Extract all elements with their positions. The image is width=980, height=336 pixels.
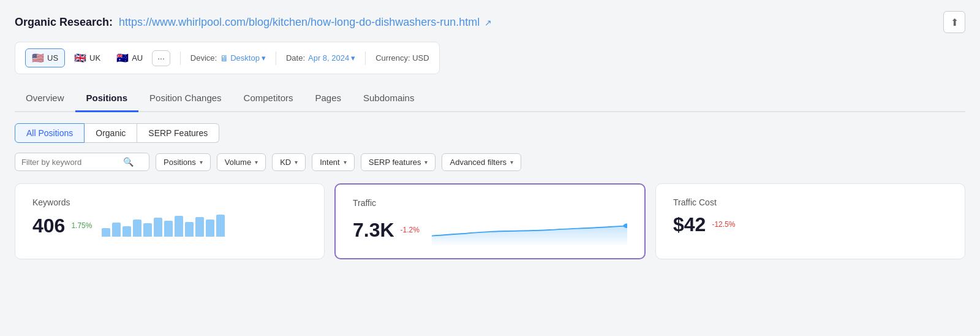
region-us-button[interactable]: 🇺🇸 US	[25, 48, 65, 67]
keywords-value: 406	[32, 216, 65, 235]
tab-overview[interactable]: Overview	[15, 86, 75, 112]
chevron-down-icon: ▾	[510, 159, 513, 166]
device-dropdown[interactable]: 🖥 Desktop ▾	[220, 53, 266, 63]
advanced-filters-dropdown[interactable]: Advanced filters ▾	[442, 153, 521, 171]
traffic-label: Traffic	[353, 198, 627, 208]
bar-11	[206, 220, 214, 237]
divider	[365, 52, 366, 65]
traffic-cost-change: -12.5%	[712, 220, 735, 229]
keywords-value-row: 406 1.75%	[32, 215, 307, 237]
tabs-row: Overview Positions Position Changes Comp…	[15, 86, 965, 112]
divider	[180, 52, 181, 65]
region-uk-button[interactable]: 🇬🇧 UK	[67, 48, 107, 67]
filters-row: 🔍 Positions ▾ Volume ▾ KD ▾ Intent ▾ SER…	[15, 153, 965, 171]
share-button[interactable]: ⬆	[943, 11, 965, 33]
subtab-all-positions[interactable]: All Positions	[15, 123, 85, 143]
keywords-label: Keywords	[32, 197, 307, 207]
traffic-mini-chart	[432, 215, 627, 245]
tab-pages[interactable]: Pages	[304, 86, 352, 112]
positions-filter-dropdown[interactable]: Positions ▾	[156, 153, 211, 171]
date-control: Date: Apr 8, 2024 ▾	[286, 53, 355, 63]
chevron-down-icon: ▾	[424, 159, 428, 166]
divider	[276, 52, 276, 65]
device-control: Device: 🖥 Desktop ▾	[190, 53, 266, 63]
uk-flag-icon: 🇬🇧	[74, 52, 86, 64]
bar-1	[102, 228, 110, 237]
traffic-value: 7.3K	[353, 220, 394, 240]
traffic-change: -1.2%	[401, 226, 420, 234]
kd-filter-dropdown[interactable]: KD ▾	[272, 153, 306, 171]
bar-9	[185, 222, 194, 237]
chevron-down-icon: ▾	[344, 159, 347, 166]
stats-row: Keywords 406 1.75%	[15, 183, 965, 259]
subtab-organic[interactable]: Organic	[85, 123, 137, 143]
subtabs-row: All Positions Organic SERP Features	[15, 123, 965, 143]
external-link-icon[interactable]: ↗	[484, 18, 492, 28]
subtab-serp-features[interactable]: SERP Features	[137, 123, 219, 143]
traffic-stat-card: Traffic 7.3K -1.2%	[334, 183, 646, 259]
page-title: Organic Research: https://www.whirlpool.…	[15, 16, 492, 29]
traffic-chart-svg	[432, 215, 627, 245]
tab-position-changes[interactable]: Position Changes	[138, 86, 233, 112]
search-icon: 🔍	[123, 157, 134, 167]
header-row: Organic Research: https://www.whirlpool.…	[15, 11, 965, 33]
page-wrapper: Organic Research: https://www.whirlpool.…	[0, 0, 980, 274]
keyword-search-input[interactable]	[21, 158, 119, 167]
chevron-down-icon: ▾	[295, 159, 298, 166]
us-flag-icon: 🇺🇸	[32, 52, 44, 64]
chevron-down-icon: ▾	[262, 53, 266, 63]
traffic-cost-label: Traffic Cost	[673, 197, 948, 207]
currency-control: Currency: USD	[375, 53, 429, 63]
bar-7	[164, 221, 173, 237]
tab-subdomains[interactable]: Subdomains	[352, 86, 425, 112]
controls-bar: 🇺🇸 US 🇬🇧 UK 🇦🇺 AU ··· Device: 🖥 Desktop …	[15, 42, 440, 74]
chevron-down-icon: ▾	[255, 159, 258, 166]
date-dropdown[interactable]: Apr 8, 2024 ▾	[308, 53, 355, 63]
more-regions-button[interactable]: ···	[152, 50, 170, 66]
bar-8	[175, 216, 183, 237]
tab-competitors[interactable]: Competitors	[233, 86, 304, 112]
monitor-icon: 🖥	[220, 53, 228, 63]
bar-3	[123, 226, 131, 237]
intent-filter-dropdown[interactable]: Intent ▾	[312, 153, 355, 171]
serp-features-filter-dropdown[interactable]: SERP features ▾	[361, 153, 436, 171]
traffic-cost-value-row: $42 -12.5%	[673, 215, 948, 234]
traffic-cost-stat-card: Traffic Cost $42 -12.5%	[655, 183, 965, 259]
chart-area	[432, 226, 627, 245]
bar-10	[195, 217, 204, 237]
chevron-down-icon: ▾	[351, 53, 355, 63]
region-au-button[interactable]: 🇦🇺 AU	[110, 48, 149, 67]
traffic-cost-value: $42	[673, 215, 706, 234]
chevron-down-icon: ▾	[200, 159, 203, 166]
au-flag-icon: 🇦🇺	[116, 52, 129, 64]
keywords-bar-chart	[102, 215, 225, 237]
keywords-change: 1.75%	[71, 221, 92, 230]
keyword-filter: 🔍	[15, 153, 149, 171]
traffic-value-row: 7.3K -1.2%	[353, 215, 627, 245]
bar-5	[143, 223, 152, 237]
keywords-stat-card: Keywords 406 1.75%	[15, 183, 325, 259]
volume-filter-dropdown[interactable]: Volume ▾	[217, 153, 266, 171]
tab-positions[interactable]: Positions	[75, 86, 139, 112]
bar-4	[133, 220, 141, 237]
bar-12	[216, 215, 225, 237]
bar-2	[112, 223, 121, 237]
bar-6	[154, 218, 162, 237]
